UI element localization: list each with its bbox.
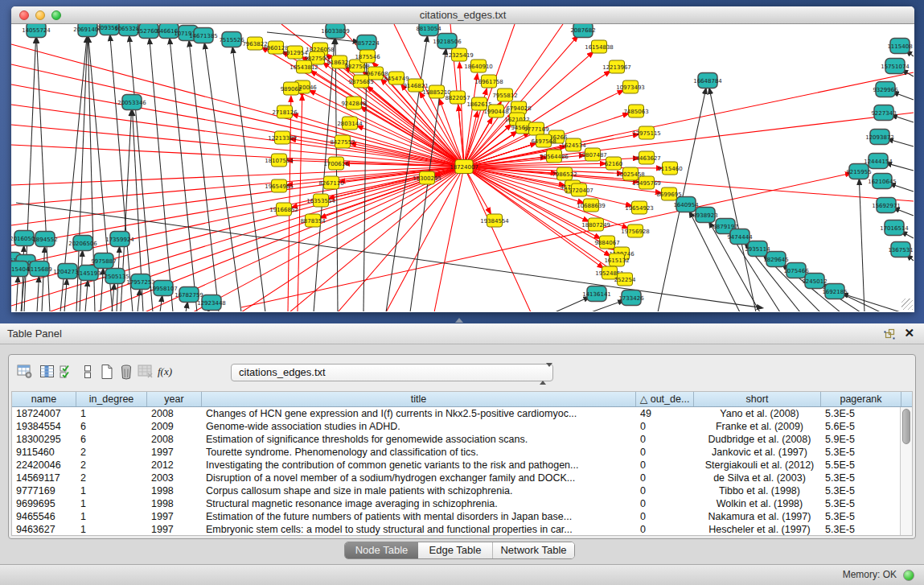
graph-node-label: 9329966 [873, 87, 898, 93]
network-view-window[interactable]: citations_edges.txt 14055724206914062093… [11, 6, 914, 312]
network-canvas[interactable]: 1405572420691406209356110653287152760264… [11, 24, 914, 311]
table-row[interactable]: 2242004622012Investigating the contribut… [12, 459, 912, 472]
graph-node-label: 16782759 [175, 292, 203, 299]
graph-node-label: 8454749 [384, 76, 409, 82]
graph-node-label: 989062 [281, 86, 302, 93]
table-cell: Disruption of a novel member of a sodium… [202, 472, 636, 484]
table-cell: 2 [76, 472, 147, 484]
graph-node-label: 8215955 [846, 169, 871, 175]
graph-node-label: 17359924 [105, 237, 134, 243]
table-cell: Estimation of the future numbers of pati… [202, 510, 636, 523]
graph-node-label: 9777169 [524, 126, 548, 133]
graph-node-label: 7515526 [219, 37, 244, 43]
graph-node-label: 2935114 [745, 246, 770, 253]
column-visibility-icon[interactable] [38, 362, 57, 381]
table-row[interactable]: 969969511998Structural magnetic resonanc… [12, 497, 912, 510]
graph-node-label: 6497568 [531, 138, 556, 145]
table-row[interactable]: 1938455462009Genome-wide association stu… [12, 420, 912, 433]
graph-node-label: 9245012 [802, 278, 827, 285]
network-graph[interactable]: 1405572420691406209356110653287152760264… [11, 24, 914, 311]
table-row[interactable]: 1830029562008Estimation of significance … [12, 433, 912, 446]
rows-icon[interactable] [78, 362, 97, 381]
float-panel-icon[interactable] [884, 328, 895, 340]
tab-network-table[interactable]: Network Table [493, 542, 574, 558]
graph-node-label: 18807249 [581, 222, 610, 229]
graph-node-label: 9975887 [91, 258, 116, 265]
minimize-window-button[interactable] [35, 10, 45, 20]
table-toolbar: f(x) citations_edges.txt [9, 355, 915, 391]
graph-node-label: 9474444 [727, 234, 753, 241]
graph-node-label: 8813054 [416, 26, 441, 32]
table-row[interactable]: 977716911998Corpus callosum shape and si… [12, 484, 912, 497]
close-panel-icon[interactable]: ✕ [904, 326, 914, 340]
table-cell: 9699695 [12, 497, 76, 510]
divider-handle[interactable] [455, 318, 463, 323]
table-cell: Jankovic et al. (1997) [694, 446, 821, 459]
graph-edge [843, 294, 901, 311]
import-table-disabled-icon [136, 362, 155, 381]
column-header-out_degree[interactable]: △ out_de... [636, 392, 694, 406]
table-row[interactable]: 1456911722003Disruption of a novel membe… [12, 472, 912, 484]
table-row[interactable]: 946554611997Estimation of the future num… [12, 510, 912, 523]
memory-status-icon[interactable] [903, 570, 914, 581]
row-selection-icon[interactable] [57, 362, 76, 381]
graph-node-label: 252254 [614, 277, 636, 283]
table-cell: 0 [636, 472, 694, 484]
table-cell: 22420046 [12, 459, 76, 472]
table-scrollbar[interactable] [900, 407, 912, 535]
table-select-combobox[interactable]: citations_edges.txt [231, 364, 553, 381]
graph-edge [42, 247, 45, 311]
table-cell: 9465546 [12, 510, 76, 523]
graph-edge [64, 279, 67, 311]
table-row[interactable]: 911546021997Tourette syndrome. Phenomeno… [12, 446, 912, 459]
graph-node-label: 18640910 [464, 64, 493, 70]
tab-edge-table[interactable]: Edge Table [418, 542, 492, 558]
graph-node-label: 2718126 [272, 109, 298, 116]
graph-edge [138, 290, 140, 311]
column-header-in_degree[interactable]: in_degree [76, 392, 147, 406]
function-builder-icon[interactable]: f(x) [155, 362, 175, 381]
column-header-name[interactable]: name [12, 392, 76, 406]
graph-edge [241, 173, 851, 307]
graph-node-label: 19958107 [149, 286, 178, 292]
table-cell: 2003 [147, 472, 202, 484]
table-cell: 1997 [147, 523, 202, 536]
column-header-short[interactable]: short [694, 392, 821, 406]
table-settings-icon[interactable] [15, 362, 35, 381]
zoom-window-button[interactable] [51, 10, 61, 20]
graph-edge [859, 179, 864, 311]
table-cell: 9463627 [12, 523, 76, 536]
new-table-icon[interactable] [97, 362, 117, 381]
table-cell: 19384554 [12, 420, 76, 433]
table-cell: Estimation of significance thresholds fo… [202, 433, 636, 446]
graph-edge [85, 281, 88, 311]
graph-node-label: 2087682 [570, 27, 595, 34]
delete-table-icon[interactable] [117, 362, 136, 381]
graph-node-label: 20206506 [68, 241, 97, 247]
tab-node-table[interactable]: Node Table [345, 542, 418, 558]
table-row[interactable]: 946362711997Embryonic stem cells: a mode… [12, 523, 912, 536]
table-cell: 6 [76, 433, 147, 446]
status-bar: Memory: OK [0, 564, 924, 585]
column-header-pagerank[interactable]: pagerank [821, 392, 901, 406]
table-cell: 6 [76, 420, 147, 433]
combobox-stepper-icon[interactable] [540, 367, 547, 378]
table-type-tabs: Node Table Edge Table Network Table [344, 542, 575, 559]
table-scrollbar-thumb[interactable] [902, 409, 910, 444]
column-header-year[interactable]: year [147, 392, 202, 406]
graph-node-label: 16543812 [290, 64, 318, 71]
graph-edge [11, 84, 464, 167]
table-cell: 2012 [147, 459, 202, 472]
window-resize-grip[interactable] [901, 299, 913, 310]
table-row[interactable]: 1872400712008Changes of HCN gene express… [12, 407, 912, 420]
column-header-title[interactable]: title [202, 392, 636, 406]
node-attribute-table: namein_degreeyeartitle△ out_de...shortpa… [11, 391, 913, 536]
close-window-button[interactable] [19, 10, 29, 20]
window-titlebar[interactable]: citations_edges.txt [11, 6, 914, 24]
graph-node-label: 16961758 [474, 79, 503, 85]
graph-node-label: 12213967 [602, 64, 631, 71]
table-cell: 5.3E-5 [821, 446, 901, 459]
graph-node-label: 16033809 [321, 28, 350, 35]
memory-status-label: Memory: OK [843, 565, 897, 585]
graph-edge [37, 277, 39, 311]
